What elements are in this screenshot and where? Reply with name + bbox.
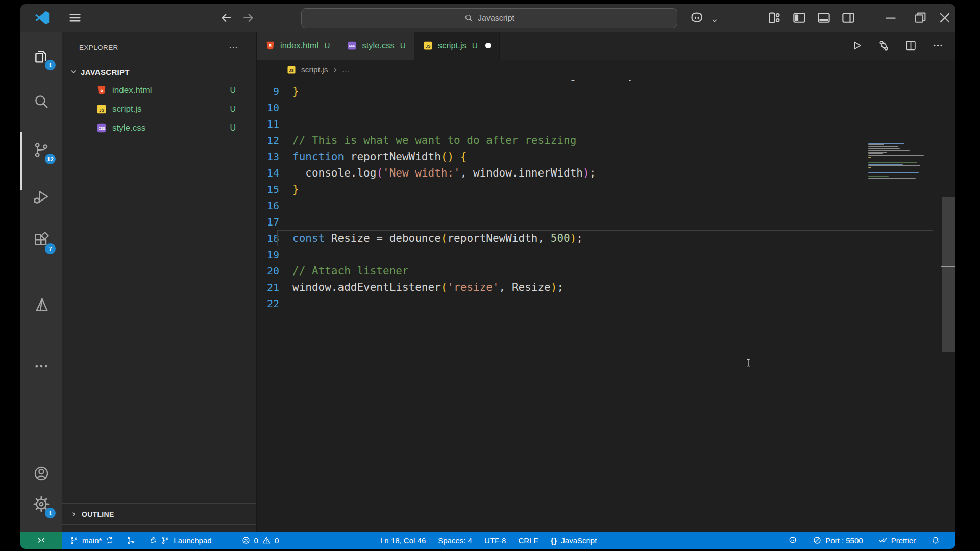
code-line-16[interactable]: 16 [257, 197, 955, 214]
js-file-icon: JS [96, 104, 107, 115]
chevron-down-icon [68, 67, 79, 77]
status-indentation[interactable]: Spaces: 4 [438, 532, 472, 549]
code-line-13[interactable]: 13function reportNewWidth() { [257, 148, 955, 165]
folder-name: JAVASCRIPT [81, 68, 130, 77]
file-row-index.html[interactable]: 5index.htmlU [62, 81, 256, 99]
restore-icon[interactable] [913, 10, 928, 26]
line-number[interactable]: 14 [257, 167, 279, 179]
status-middle: Ln 18, Col 46Spaces: 4UTF-8CRLF{}JavaScr… [380, 532, 597, 549]
code-line-11[interactable]: 11 [257, 116, 955, 132]
breadcrumb-more[interactable]: … [342, 65, 350, 74]
code-line-19[interactable]: 19 [257, 246, 955, 263]
status-launchpad[interactable]: Launchpad [148, 532, 211, 549]
menu-icon[interactable] [67, 10, 83, 26]
chevron-down-icon[interactable] [709, 13, 720, 29]
customize-layout-icon[interactable] [767, 10, 782, 26]
code-line-21[interactable]: 21window.addEventListener('resize', Resi… [257, 279, 955, 295]
status-live-server-port[interactable]: Port : 5500 [813, 532, 863, 549]
forward-icon[interactable] [241, 10, 256, 26]
line-number[interactable]: 22 [257, 297, 279, 310]
status-branch-status[interactable]: main* [69, 532, 114, 549]
file-row-script.js[interactable]: JSscript.jsU [62, 99, 256, 118]
minimize-icon[interactable] [883, 10, 898, 26]
activity-explorer[interactable]: 1 [29, 44, 54, 68]
activity-search[interactable] [29, 89, 54, 114]
status-language-mode[interactable]: {}JavaScript [551, 532, 597, 549]
code-line-17[interactable]: 17 [257, 214, 955, 230]
code-line-18[interactable]: 18const Resize = debounce(reportNewWidth… [257, 230, 955, 246]
code-line-9[interactable]: 9} [257, 83, 955, 99]
line-number[interactable]: 18 [257, 232, 279, 244]
activity-extensions[interactable]: 7 [29, 228, 54, 252]
run-code-icon[interactable] [850, 39, 863, 52]
status-problems[interactable]: 00 [241, 532, 279, 549]
more-actions-icon[interactable] [932, 39, 944, 52]
tab-style.css[interactable]: CSSstyle.cssU [338, 32, 414, 60]
line-number[interactable]: 21 [257, 281, 279, 293]
activity-settings[interactable]: 1 [29, 492, 54, 516]
toggle-panel-icon[interactable] [816, 10, 831, 26]
activity-source-control[interactable]: 12 [29, 138, 54, 162]
code-line-10[interactable]: 10 [257, 99, 955, 116]
line-number[interactable]: 20 [257, 265, 279, 277]
split-editor-icon[interactable] [904, 39, 917, 52]
toggle-secondary-sidebar-icon[interactable] [841, 10, 856, 26]
line-number[interactable]: 9 [257, 85, 279, 97]
activity-accounts[interactable] [29, 461, 54, 486]
line-number[interactable]: 10 [257, 102, 279, 114]
section-outline[interactable]: OUTLINE [62, 503, 256, 524]
editor-scrollbar[interactable] [941, 80, 955, 532]
branch-icon [69, 536, 79, 545]
status-label: Prettier [891, 536, 916, 545]
sidebar-more-icon[interactable]: ⋯ [229, 42, 239, 53]
file-row-style.css[interactable]: CSSstyle.cssU [62, 118, 256, 137]
status-end-of-line[interactable]: CRLF [518, 532, 538, 549]
unsaved-dot[interactable] [485, 43, 491, 48]
status-encoding[interactable]: UTF-8 [484, 532, 506, 549]
close-icon[interactable] [937, 10, 952, 26]
minimap[interactable] [867, 143, 926, 186]
line-number[interactable]: 19 [257, 248, 279, 261]
toggle-primary-sidebar-icon[interactable] [792, 10, 807, 26]
folder-row-javascript[interactable]: JAVASCRIPT [62, 63, 256, 81]
command-center-search[interactable]: Javascript [301, 8, 677, 28]
line-number[interactable]: 8 [257, 80, 279, 81]
tab-index.html[interactable]: 5index.htmlU [257, 32, 338, 60]
code-line-12[interactable]: 12// This is what we want to do after re… [257, 132, 955, 148]
line-number[interactable]: 11 [257, 118, 279, 130]
back-icon[interactable] [218, 10, 234, 26]
search-value: Javascript [478, 14, 514, 23]
remote-indicator[interactable] [20, 532, 62, 549]
line-number[interactable]: 12 [257, 134, 279, 146]
status-cursor-position[interactable]: Ln 18, Col 46 [380, 532, 426, 549]
editor-group: 5index.htmlUCSSstyle.cssUJSscript.jsU JS… [256, 32, 955, 532]
code-line-15[interactable]: 15} [257, 181, 955, 197]
git-status-badge: U [230, 105, 236, 114]
git-status-badge: U [324, 41, 330, 51]
line-number[interactable]: 17 [257, 216, 279, 228]
badge: 12 [45, 154, 56, 164]
status-copilot-status[interactable] [788, 532, 797, 549]
scrollbar-slider[interactable] [942, 197, 955, 352]
status-prettier[interactable]: Prettier [878, 532, 916, 549]
code-line-20[interactable]: 20// Attach listener [257, 263, 955, 279]
svg-text:CSS: CSS [349, 44, 356, 47]
breadcrumb-file[interactable]: script.js [301, 65, 328, 74]
code-editor[interactable]: 8 timeoutId = setTimeout(() => fn(...arg… [257, 80, 955, 532]
line-number[interactable]: 15 [257, 183, 279, 195]
breadcrumb[interactable]: JS script.js … [257, 60, 955, 80]
open-changes-icon[interactable] [877, 39, 890, 52]
activity-more-views[interactable] [29, 354, 54, 379]
status-git-graph[interactable] [127, 532, 136, 549]
copilot-icon[interactable] [688, 10, 705, 26]
line-number[interactable]: 13 [257, 151, 279, 163]
line-number[interactable]: 16 [257, 199, 279, 212]
main-area: 11271 EXPLORER ⋯ JAVASCRIPT 5index.htmlU… [20, 32, 955, 532]
tab-script.js[interactable]: JSscript.jsU [414, 32, 500, 60]
activity-run-and-debug[interactable] [29, 185, 54, 209]
code-line-22[interactable]: 22 [257, 295, 955, 312]
activity-prism[interactable] [29, 293, 54, 317]
status-notifications[interactable] [931, 532, 940, 549]
code-line-14[interactable]: 14 console.log('New width:', window.inne… [257, 165, 955, 181]
sidebar-header: EXPLORER ⋯ [62, 41, 256, 54]
